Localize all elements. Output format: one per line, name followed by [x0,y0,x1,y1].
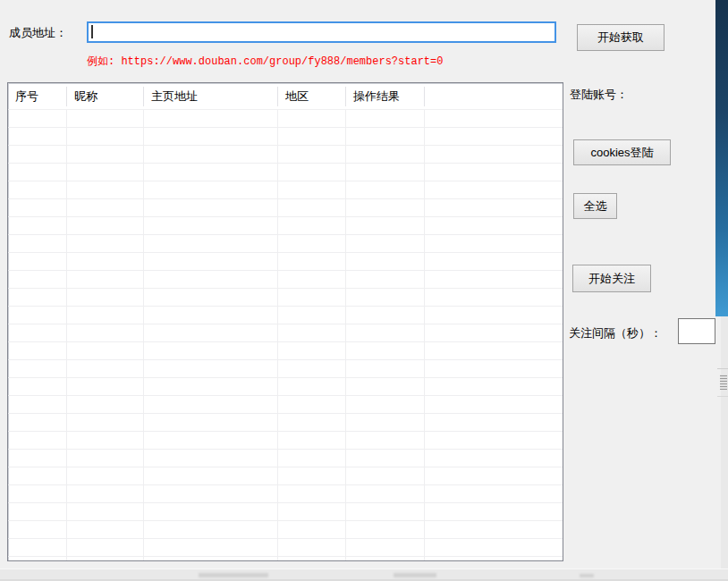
member-url-input[interactable] [87,21,556,43]
table-header: 序号 昵称 主页地址 地区 操作结果 [8,83,563,110]
table-cell [346,289,425,306]
table-row[interactable] [8,235,563,253]
table-body[interactable] [8,110,563,561]
table-row[interactable] [8,432,563,450]
column-header-homepage[interactable]: 主页地址 [144,87,278,106]
table-cell [425,181,563,198]
table-cell [144,146,278,163]
table-cell [144,539,278,556]
table-cell [67,253,144,270]
table-cell [144,503,278,520]
table-cell [278,324,346,341]
table-cell [278,253,346,270]
table-cell [346,110,425,127]
table-cell [425,467,563,484]
table-cell [425,485,563,502]
table-cell [8,432,67,449]
table-cell [425,414,563,431]
table-cell [425,503,563,520]
table-row[interactable] [8,414,563,432]
text-caret [91,25,93,38]
column-header-index[interactable]: 序号 [8,87,67,106]
table-cell [425,110,563,127]
table-cell [144,289,278,306]
table-row[interactable] [8,146,563,164]
table-row[interactable] [8,110,563,128]
login-account-label: 登陆账号： [570,87,628,103]
table-cell [67,146,144,163]
table-cell [346,181,425,198]
table-cell [144,342,278,359]
table-cell [278,307,346,324]
table-cell [67,271,144,288]
table-row[interactable] [8,181,563,199]
table-cell [144,485,278,502]
table-cell [346,128,425,145]
table-row[interactable] [8,521,563,539]
table-row[interactable] [8,307,563,324]
table-cell [278,271,346,288]
table-row[interactable] [8,360,563,378]
table-cell [67,164,144,181]
table-cell [67,217,144,234]
table-cell [67,289,144,306]
table-cell [278,467,346,484]
follow-interval-label: 关注间隔（秒）： [569,325,662,341]
faint-text-blob [580,574,594,577]
table-cell [144,360,278,377]
table-row[interactable] [8,324,563,342]
member-url-label: 成员地址： [9,25,67,41]
table-cell [425,360,563,377]
table-cell [278,414,346,431]
table-cell [278,289,346,306]
table-row[interactable] [8,485,563,503]
table-row[interactable] [8,503,563,521]
background-window-line [717,368,728,369]
table-row[interactable] [8,271,563,289]
start-follow-button[interactable]: 开始关注 [572,265,651,292]
table-cell [346,324,425,341]
table-row[interactable] [8,217,563,235]
table-row[interactable] [8,450,563,467]
table-cell [144,396,278,413]
table-row[interactable] [8,396,563,414]
table-cell [8,396,67,413]
table-row[interactable] [8,378,563,396]
table-row[interactable] [8,539,563,557]
table-row[interactable] [8,128,563,146]
table-cell [67,199,144,216]
select-all-button[interactable]: 全选 [573,193,617,219]
table-cell [8,271,67,288]
table-cell [144,217,278,234]
table-row[interactable] [8,164,563,181]
table-cell [278,450,346,467]
table-row[interactable] [8,342,563,360]
table-row[interactable] [8,557,563,561]
table-row[interactable] [8,253,563,271]
table-cell [425,539,563,556]
table-row[interactable] [8,289,563,307]
table-cell [425,396,563,413]
member-table[interactable]: 序号 昵称 主页地址 地区 操作结果 [7,82,563,561]
table-cell [67,485,144,502]
fetch-button[interactable]: 开始获取 [577,24,665,51]
table-row[interactable] [8,467,563,485]
table-cell [144,414,278,431]
table-cell [278,521,346,538]
table-row[interactable] [8,199,563,217]
follow-interval-input[interactable] [678,318,715,344]
table-cell [346,146,425,163]
cookies-login-button[interactable]: cookies登陆 [573,139,671,165]
table-cell [67,181,144,198]
column-header-nickname[interactable]: 昵称 [67,87,144,106]
table-cell [278,110,346,127]
table-cell [346,253,425,270]
table-cell [144,128,278,145]
table-cell [425,324,563,341]
table-cell [278,396,346,413]
table-cell [8,164,67,181]
table-cell [346,235,425,252]
column-header-region[interactable]: 地区 [278,87,346,106]
table-cell [67,378,144,395]
column-header-result[interactable]: 操作结果 [346,87,425,106]
